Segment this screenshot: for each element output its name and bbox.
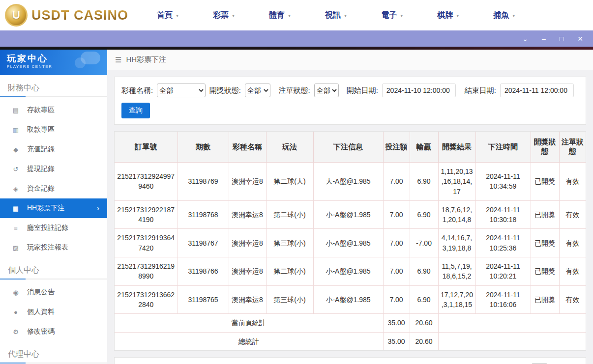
sidebar-item-label: 取款專區 (27, 125, 55, 134)
sidebar-item-funds-record[interactable]: ◈資金記錄 (0, 179, 107, 198)
page-summary-winloss-total: 20.60 (410, 314, 438, 332)
cell-amount: 7.00 (383, 285, 410, 314)
cell-bet_info: 小-A盤@1.985 (313, 257, 383, 286)
nav-item-label: 捕魚 (493, 10, 509, 21)
end-date-input[interactable] (500, 84, 574, 97)
breadcrumb: ☰ HH彩票下注 (107, 50, 593, 70)
pagination-bar: 每頁顯示20條 共5条 首页 上一页 1 下一页 第 页 跳转 (114, 357, 586, 364)
chevron-right-icon: › (97, 204, 107, 213)
sidebar-item-hall-bet-record[interactable]: ≡廳室投註記錄 (0, 218, 107, 238)
hall-bet-record-icon: ≡ (12, 224, 20, 232)
change-password-icon: ⚙ (12, 328, 20, 336)
search-button[interactable]: 查詢 (121, 103, 150, 118)
sidebar-item-lottery-bet[interactable]: ▦HH彩票下注› (0, 198, 107, 218)
cell-order: 2152173129162198990 (115, 257, 178, 286)
nav-item-7[interactable]: 捕魚▾ (493, 10, 515, 21)
grand-summary-label: 總統計 (115, 332, 383, 350)
order-status-label: 注單狀態: (278, 86, 310, 95)
column-header: 期數 (178, 132, 229, 163)
column-header: 輸贏 (410, 132, 438, 163)
bets-table-panel: 訂單號期數彩種名稱玩法下注信息投注額輸贏開獎結果下注時間開獎狀態注單狀態 215… (114, 131, 586, 351)
cell-amount: 7.00 (383, 257, 410, 286)
minimize-button[interactable]: – (542, 35, 546, 42)
sidebar-item-withdraw[interactable]: ▥取款專區 (0, 120, 107, 140)
cell-result: 17,12,7,20,3,1,18,15 (438, 285, 475, 314)
cell-period: 31198766 (178, 257, 229, 286)
cell-order_status: 有效 (559, 163, 586, 201)
sidebar-item-change-password[interactable]: ⚙修改密碼 (0, 322, 107, 341)
sidebar-item-label: 玩家投注報表 (27, 243, 68, 252)
cell-period: 31198767 (178, 229, 229, 257)
deposit-icon: ▤ (12, 107, 20, 114)
section-divider (0, 96, 107, 97)
funds-record-icon: ◈ (12, 185, 20, 193)
cell-order_status: 有效 (559, 285, 586, 314)
lottery-name-select[interactable]: 全部 (157, 84, 205, 97)
sidebar-item-label: 提現記錄 (27, 165, 55, 173)
cell-draw_status: 已開獎 (531, 163, 559, 201)
sidebar-item-label: 充值記錄 (27, 145, 55, 154)
chevron-down-icon: ▾ (232, 13, 235, 18)
sidebar-section-heading: 財務中心 (0, 75, 107, 96)
nav-item-3[interactable]: 體育▾ (269, 10, 291, 21)
table-summary: 當前頁統計 35.00 20.60 總統計 35.00 20.60 (115, 314, 586, 350)
nav-item-label: 電子 (381, 10, 397, 21)
cell-play: 第二球(大) (266, 163, 313, 201)
nav-item-label: 彩票 (213, 10, 229, 21)
table-row: 215217312924997946031198769澳洲幸运8第二球(大)大-… (115, 163, 586, 201)
cell-play: 第二球(小) (266, 200, 313, 229)
grand-summary-row: 總統計 35.00 20.60 (115, 332, 586, 350)
cell-order: 2152173129221874190 (115, 200, 178, 229)
cell-order_status: 有效 (559, 200, 586, 229)
nav-item-2[interactable]: 彩票▾ (213, 10, 235, 21)
nav-item-5[interactable]: 電子▾ (381, 10, 403, 21)
nav-item-1[interactable]: 首頁▾ (157, 10, 178, 21)
sidebar-item-label: HH彩票下注 (27, 204, 64, 213)
cell-lottery: 澳洲幸运8 (229, 285, 266, 314)
nav-item-6[interactable]: 棋牌▾ (437, 10, 459, 21)
sidebar-item-profile[interactable]: ●個人資料 (0, 302, 107, 322)
grand-summary-winloss-total: 20.60 (410, 332, 438, 350)
cell-time: 2024-11-11 10:20:21 (475, 257, 531, 286)
top-header: U USDT CASINO 首頁▾彩票▾體育▾視訊▾電子▾棋牌▾捕魚▾ (0, 0, 593, 30)
table-row: 215217312916219899031198766澳洲幸运8第二球(小)小-… (115, 257, 586, 286)
chevron-down-icon: ▾ (512, 13, 515, 18)
start-date-input[interactable] (382, 84, 456, 97)
cell-play: 第三球(小) (266, 229, 313, 257)
cell-result: 4,14,16,7,3,19,18,8 (438, 229, 475, 257)
sidebar-item-withdrawal-record[interactable]: ↺提現記錄 (0, 159, 107, 179)
sidebar-item-player-bet-report[interactable]: ▨玩家投注報表 (0, 238, 107, 257)
cell-draw_status: 已開獎 (531, 200, 559, 229)
sidebar-item-announcement[interactable]: ◉消息公告 (0, 282, 107, 302)
order-status-select[interactable]: 全部 (314, 84, 339, 97)
nav-item-label: 視訊 (325, 10, 341, 21)
sidebar-item-recharge-record[interactable]: ◆充值記錄 (0, 140, 107, 159)
draw-status-select[interactable]: 全部 (245, 84, 271, 97)
nav-item-4[interactable]: 視訊▾ (325, 10, 347, 21)
hamburger-menu-icon[interactable]: ☰ (115, 56, 121, 64)
table-header-row: 訂單號期數彩種名稱玩法下注信息投注額輸贏開獎結果下注時間開獎狀態注單狀態 (115, 132, 586, 163)
cell-bet_info: 小-A盤@1.985 (313, 285, 383, 314)
player-bet-report-icon: ▨ (12, 244, 20, 252)
sidebar-item-label: 存款專區 (27, 106, 55, 114)
cell-draw_status: 已開獎 (531, 257, 559, 286)
column-header: 訂單號 (115, 132, 178, 163)
cell-order: 2152173129193647420 (115, 229, 178, 257)
brand[interactable]: U USDT CASINO (5, 4, 128, 27)
cell-order_status: 有效 (559, 229, 586, 257)
window-chevron-button[interactable]: ⌄ (522, 35, 528, 42)
cell-winloss: -7.00 (410, 229, 438, 257)
content-body: 彩種名稱: 全部 開獎狀態: 全部 注單狀態: 全部 開始日期: (107, 70, 593, 364)
sidebar-item-deposit[interactable]: ▤存款專區 (0, 100, 107, 120)
maximize-button[interactable]: □ (560, 35, 563, 42)
cell-result: 18,7,6,12,1,20,14,8 (438, 200, 475, 229)
chevron-down-icon: ▾ (456, 13, 459, 18)
sidebar-item-label: 資金記錄 (27, 184, 55, 193)
lottery-name-label: 彩種名稱: (121, 86, 153, 95)
nav-item-label: 體育 (269, 10, 285, 21)
chevron-down-icon: ▾ (400, 13, 403, 18)
close-button[interactable]: ✕ (577, 35, 583, 42)
cell-lottery: 澳洲幸运8 (229, 229, 266, 257)
cell-play: 第二球(小) (266, 257, 313, 286)
column-header: 注單狀態 (559, 132, 586, 163)
